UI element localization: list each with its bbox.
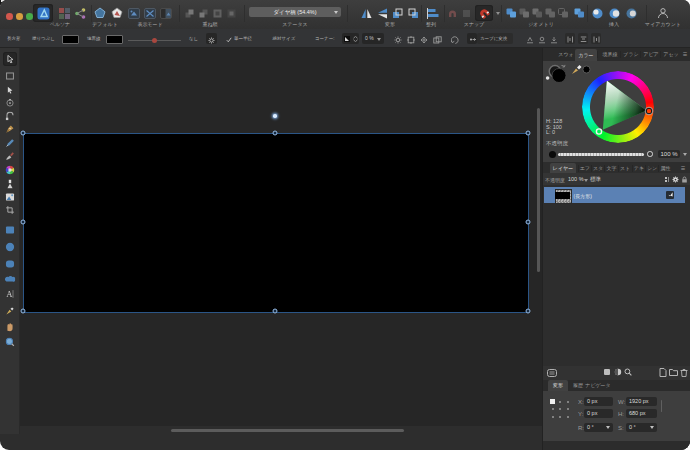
svg-text:A: A bbox=[6, 289, 13, 298]
